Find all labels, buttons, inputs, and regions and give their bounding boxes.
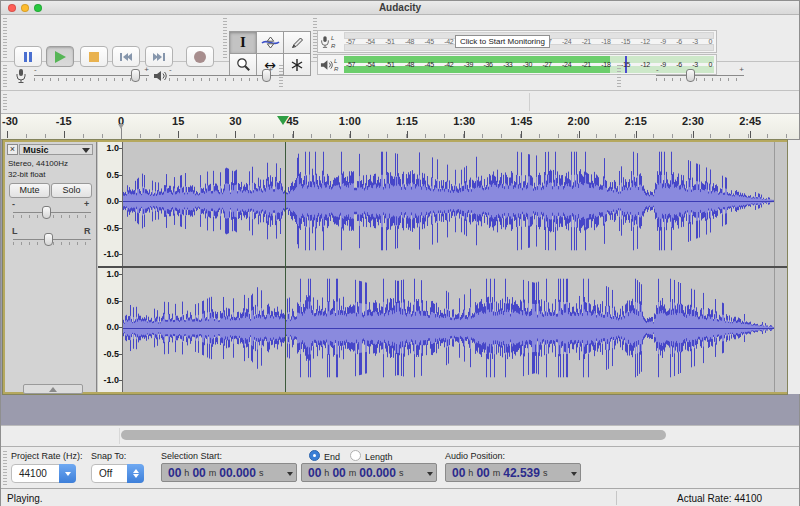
status-text: Playing. [7,493,43,504]
hours-value[interactable]: 00 [452,466,465,480]
actual-rate-text: Actual Rate: 44100 [677,493,762,504]
device-toolbar-grip[interactable] [3,94,7,110]
monitoring-tooltip[interactable]: Click to Start Monitoring [455,35,550,48]
slider-minus-label: - [169,65,172,74]
ruler-major-tick [407,131,408,138]
vertical-ruler-label: -0.5 [103,349,119,359]
minutes-value[interactable]: 00 [192,466,205,480]
gain-slider-thumb[interactable] [42,206,51,219]
seconds-value[interactable]: 00.000 [219,466,256,480]
envelope-tool-button[interactable] [256,31,284,54]
recording-volume-slider[interactable]: - + [34,67,149,84]
recording-meter-source[interactable]: LR [320,32,343,51]
gain-slider[interactable] [13,204,91,221]
transport-toolbar-grip[interactable] [3,18,7,58]
minutes-value[interactable]: 00 [476,466,489,480]
pan-slider-thumb[interactable] [44,233,53,246]
seconds-value[interactable]: 42.539 [503,466,540,480]
vertical-ruler-label: 0.5 [106,296,119,306]
track-collapse-button[interactable] [23,384,83,394]
selection-toolbar-grip[interactable] [3,450,7,485]
envelope-tool-icon [261,36,280,49]
selection-start-field[interactable]: 00h 00m 00.000s [161,463,297,482]
playback-volume-thumb[interactable] [262,69,271,82]
vertical-ruler-label: 0.5 [106,170,119,180]
audacity-window: Audacity I ↔ [0,0,800,506]
ruler-tick-label: 2:15 [625,115,647,127]
timeline-ruler[interactable]: -30-1501530451:001:151:301:452:002:152:3… [1,114,799,140]
mixer-toolbar-grip[interactable] [3,65,7,87]
ruler-major-tick [293,131,294,138]
ruler-major-tick [235,131,236,138]
recording-meter[interactable]: LR -57-54-51-48-45-42-39-36-33-30-27-24-… [317,30,717,53]
pan-slider[interactable] [13,231,91,248]
chevron-down-icon[interactable] [287,472,293,476]
selection-tool-button[interactable]: I [229,31,257,54]
vertical-ruler-label: -1.0 [103,249,119,259]
slider-minus-label: - [34,65,37,74]
ruler-tick-label: 2:30 [682,115,704,127]
track-close-button[interactable]: × [7,144,18,155]
playhead-marker[interactable] [277,116,289,125]
waveform-right-channel[interactable] [123,268,787,392]
snap-to-label: Snap To: [91,451,126,461]
ruler-tick-label: 1:45 [510,115,532,127]
ruler-major-tick [350,131,351,138]
vertical-ruler-label: -1.0 [103,375,119,385]
microphone-icon [320,34,330,50]
vertical-ruler-label: 0.0 [106,322,119,332]
ruler-minor-ticks [7,134,799,138]
playback-meter[interactable]: LR -57-54-51-48-45-42-39-36-33-30-27-24-… [317,54,717,75]
scrollbar-divider [119,428,120,444]
mute-button[interactable]: Mute [9,183,50,198]
snap-to-dropdown[interactable]: Off [91,464,144,483]
audio-position-field[interactable]: 00h 00m 42.539s [445,463,581,482]
vertical-ruler-right-channel[interactable]: 1.00.50.0-0.5-1.0 [98,268,123,392]
snap-to-value: Off [99,468,112,479]
length-radio-label[interactable]: Length [365,452,393,462]
project-rate-dropdown[interactable]: 44100 [11,464,76,483]
track-name-menu[interactable]: Music [19,144,93,155]
ruler-major-tick [750,131,751,138]
seconds-value[interactable]: 00.000 [359,466,396,480]
channel-divider [98,266,787,268]
edit-toolbar-grip[interactable] [279,65,283,87]
track-format-info: Stereo, 44100Hz [8,159,68,168]
minutes-value[interactable]: 00 [332,466,345,480]
hours-unit: h [184,468,189,478]
recording-volume-thumb[interactable] [131,69,140,82]
vertical-ruler-left-channel[interactable]: 1.00.50.0-0.5-1.0 [98,142,123,266]
vertical-ruler-label: 1.0 [106,143,119,153]
playback-volume-slider[interactable]: - + [169,67,273,84]
seconds-unit: s [543,468,548,478]
tools-toolbar-grip[interactable] [223,18,227,58]
audio-track: × Music Stereo, 44100Hz 32-bit float Mut… [3,140,787,394]
ruler-tick-label: -30 [2,115,18,127]
solo-button[interactable]: Solo [51,183,92,198]
end-radio-label[interactable]: End [324,452,340,462]
ruler-tick-label: -15 [56,115,72,127]
meter-right-label: R [331,43,335,49]
chevron-down-icon[interactable] [427,472,433,476]
title-bar: Audacity [1,1,799,15]
draw-tool-button[interactable] [283,31,311,54]
ruler-tick-label: 1:00 [339,115,361,127]
length-radio[interactable] [350,450,361,461]
chevron-down-icon[interactable] [571,472,577,476]
selection-start-label: Selection Start: [161,451,222,461]
toolbar-separator [529,93,530,111]
end-radio[interactable] [309,450,320,461]
hours-value[interactable]: 00 [168,466,181,480]
scrollbar-thumb[interactable] [121,430,666,440]
selection-end-field[interactable]: 00h 00m 00.000s [301,463,437,482]
project-rate-value: 44100 [19,468,47,479]
collapse-arrow-icon [49,387,57,392]
playback-cursor [285,142,286,392]
hours-value[interactable]: 00 [308,466,321,480]
ruler-tick-label: 1:30 [453,115,475,127]
record-icon [194,51,206,63]
horizontal-scrollbar[interactable] [1,425,799,446]
toolbar-row-1: I ↔ LR -57-54-51-48-45-42-39-36-33-30-27… [1,15,799,62]
project-rate-label: Project Rate (Hz): [11,451,83,461]
waveform-left-channel[interactable] [123,142,787,266]
